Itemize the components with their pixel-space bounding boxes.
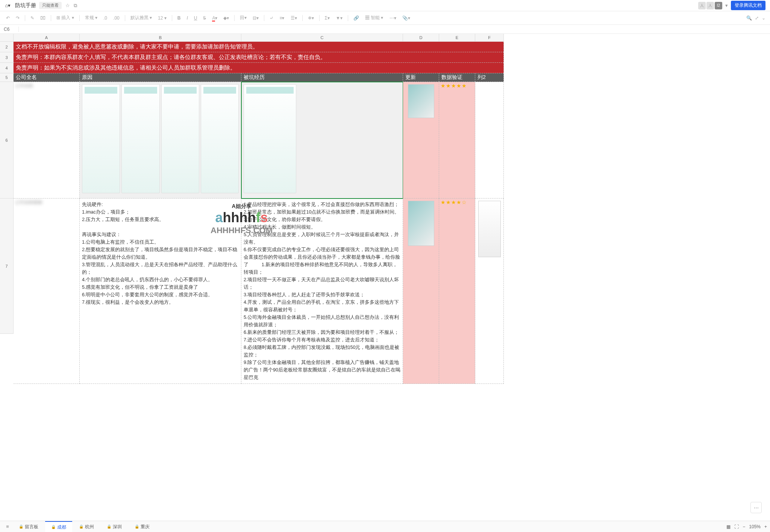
- bold-icon[interactable]: B: [176, 15, 182, 21]
- chevron-down-icon[interactable]: ⌄: [762, 15, 765, 21]
- wrap-icon[interactable]: ⤶: [268, 15, 275, 21]
- align-dropdown[interactable]: ≡▾: [278, 15, 286, 21]
- freeze-icon[interactable]: ❄▾: [306, 15, 315, 21]
- italic-icon[interactable]: I: [185, 15, 189, 21]
- avatar[interactable]: 人: [698, 2, 706, 9]
- more-icon[interactable]: ⋯▾: [388, 15, 398, 21]
- fill-color-icon[interactable]: ◆▾: [222, 15, 230, 21]
- formula-icon[interactable]: Σ▾: [323, 15, 331, 21]
- header-bar: ⌂▾ 防坑手册 只能查看 ☆ ⧉ 人 人 I2 ▾ 登录腾讯文档: [0, 0, 770, 11]
- valign-dropdown[interactable]: ☰▾: [289, 15, 299, 21]
- format-painter-icon[interactable]: ✎: [29, 15, 36, 21]
- number-format-dropdown[interactable]: 常规 ▾: [83, 14, 99, 22]
- merge-icon[interactable]: ⊟▾: [251, 15, 260, 21]
- increase-decimal-icon[interactable]: .00: [112, 15, 121, 21]
- home-icon[interactable]: ⌂▾: [5, 2, 11, 9]
- undo-icon[interactable]: ↶: [5, 15, 11, 21]
- smart-dropdown[interactable]: ☰ 智能 ▾: [364, 14, 385, 22]
- underline-icon[interactable]: U: [192, 15, 199, 21]
- strike-icon[interactable]: S̶: [202, 15, 208, 21]
- search-icon[interactable]: 🔍: [746, 15, 752, 21]
- avatar-group: 人 人 I2: [698, 2, 722, 9]
- star-icon[interactable]: ☆: [65, 3, 70, 9]
- expand-icon[interactable]: ⤢: [755, 15, 759, 21]
- doc-title: 防坑手册: [15, 2, 36, 9]
- formula-bar: C6: [0, 25, 770, 34]
- avatar-count[interactable]: I2: [715, 2, 722, 9]
- decrease-decimal-icon[interactable]: .0: [102, 15, 109, 21]
- font-color-icon[interactable]: A▾: [211, 15, 219, 21]
- read-only-badge: 只能查看: [39, 2, 62, 9]
- login-button[interactable]: 登录腾讯文档: [731, 1, 765, 10]
- insert-dropdown[interactable]: ⊞ 插入 ▾: [55, 14, 76, 22]
- attach-icon[interactable]: 📎▾: [401, 15, 412, 21]
- avatar[interactable]: 人: [706, 2, 714, 9]
- chevron-down-icon[interactable]: ▾: [725, 3, 728, 8]
- clear-format-icon[interactable]: ⌧: [39, 15, 47, 21]
- copy-icon[interactable]: ⧉: [74, 3, 77, 9]
- font-dropdown[interactable]: 默认雅黑 ▾: [129, 14, 153, 22]
- border-icon[interactable]: 田▾: [238, 14, 248, 22]
- redo-icon[interactable]: ↷: [14, 15, 21, 21]
- font-size-dropdown[interactable]: 12 ▾: [156, 15, 168, 21]
- cell-reference[interactable]: C6: [0, 27, 19, 32]
- toolbar: ↶ ↷ ✎ ⌧ ⊞ 插入 ▾ 常规 ▾ .0 .00 默认雅黑 ▾ 12 ▾ B…: [0, 11, 770, 25]
- link-icon[interactable]: 🔗: [352, 15, 361, 21]
- filter-icon[interactable]: ▼▾: [334, 15, 344, 21]
